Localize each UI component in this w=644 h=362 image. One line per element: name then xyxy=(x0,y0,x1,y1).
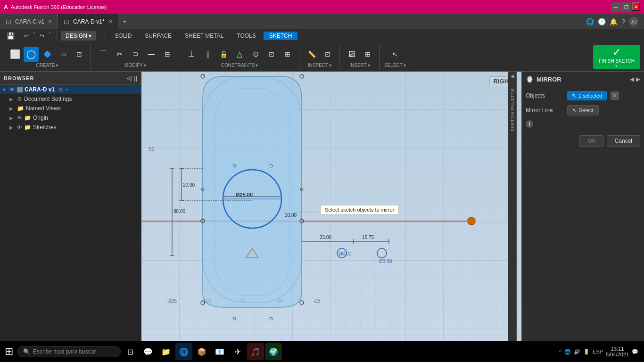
objects-row: Objects ↖ 1 selected ✕ xyxy=(526,91,640,100)
toolbar-group-inspect: 📏 ⊡ INSPECT ▾ xyxy=(300,44,339,70)
panel-expand-icon[interactable]: ◀ xyxy=(630,76,634,82)
canvas-area[interactable]: -125 -100 -75 -50 -25 50 xyxy=(141,72,521,343)
cancel-btn[interactable]: Cancel xyxy=(607,135,640,147)
taskbar-icon-plane[interactable]: ✈ xyxy=(229,343,246,360)
restore-btn[interactable]: ❐ xyxy=(621,2,631,12)
tb-sketch-btn[interactable]: 🔷 xyxy=(40,47,55,62)
tab-add[interactable]: + xyxy=(118,14,131,29)
taskbar-time-date[interactable]: 13:11 5/04/2021 xyxy=(606,346,629,357)
panel-collapse-icon[interactable]: ▶ xyxy=(636,76,640,82)
tb-break-btn[interactable]: — xyxy=(144,47,159,62)
finish-sketch-btn[interactable]: ✓ FINISH SKETCH ▾ xyxy=(593,45,640,69)
visibility-icon-root[interactable]: 👁 xyxy=(9,86,15,93)
tb-perp-btn[interactable]: ⊥ xyxy=(184,47,199,62)
browser-collapse-icon2[interactable]: || xyxy=(134,75,137,82)
svg-text:-25: -25 xyxy=(314,298,321,304)
save-btn[interactable]: 💾 xyxy=(4,29,17,42)
tb-inspect-btn[interactable]: ⊡ xyxy=(320,47,335,62)
browser-item-root[interactable]: ▼ 👁 CARA-D v1 ⚙ • xyxy=(0,85,141,94)
select-label: SELECT xyxy=(384,63,403,68)
tab-close-cara-d[interactable]: ✕ xyxy=(108,19,112,24)
tb-triangle-btn[interactable]: △ xyxy=(232,47,247,62)
tb-insert-img-btn[interactable]: 🖼 xyxy=(344,47,359,62)
mirror-line-select-btn[interactable]: ↖ Select xyxy=(567,105,599,115)
tab-icon-globe: 🌐 xyxy=(586,18,594,25)
expand-icon-root: ▼ xyxy=(2,87,8,92)
taskbar-icon-task[interactable]: ⊡ xyxy=(122,343,139,360)
taskbar-icon-box[interactable]: 📦 xyxy=(193,343,210,360)
root-more-icon[interactable]: • xyxy=(66,87,68,92)
tab-cara-d[interactable]: ⊡ CARA-D v1* ✕ xyxy=(58,14,118,29)
minimize-btn[interactable]: ─ xyxy=(611,2,620,12)
tb-equal-btn[interactable]: ⊡ xyxy=(264,47,279,62)
tb-measure-btn[interactable]: 📏 xyxy=(304,47,319,62)
redo-btn[interactable]: ↪ xyxy=(36,30,48,41)
folder-icon-named: 📁 xyxy=(17,105,24,112)
expand-icon-sketches: ▶ xyxy=(9,125,15,130)
tb-select-btn[interactable]: ↖ xyxy=(388,47,403,62)
workspace-tabs: 💾 ↩ ▾ ↪ ▾ DESIGN ▾ SOLID SURFACE SHEET M… xyxy=(0,29,644,42)
browser-panel: BROWSER ◁ || ▼ 👁 CARA-D v1 ⚙ • ▶ ⚙ Docum… xyxy=(0,72,141,343)
svg-point-31 xyxy=(468,217,475,225)
tab-tools[interactable]: TOOLS xyxy=(231,32,261,40)
taskbar-chevron[interactable]: ^ xyxy=(559,349,561,354)
tb-extend-btn[interactable]: ⊃ xyxy=(128,47,143,62)
browser-collapse-icon[interactable]: ◁ xyxy=(127,75,131,82)
undo-btn[interactable]: ↩ xyxy=(21,30,32,41)
tb-lock-btn[interactable]: 🔒 xyxy=(216,47,231,62)
modify-label: MODIFY xyxy=(124,63,143,68)
start-btn[interactable]: ⊞ xyxy=(2,344,16,360)
tb-concentric-btn[interactable]: ⊙ xyxy=(248,47,263,62)
tb-point-btn[interactable]: ⊡ xyxy=(72,47,87,62)
tb-sym-btn[interactable]: ⊞ xyxy=(280,47,295,62)
tab-sketch[interactable]: SKETCH xyxy=(264,32,298,40)
svg-text:88.00: 88.00 xyxy=(173,209,185,214)
toolbar-main: ⬜ ◯ 🔷 ▭ ⊡ CREATE ▾ ⌒ ✂ ⊃ — ⊟ MODIFY ▾ xyxy=(0,42,644,72)
browser-item-origin[interactable]: ▶ 👁 📁 Origin xyxy=(0,113,141,123)
taskbar-icon-files[interactable]: 📁 xyxy=(157,343,174,360)
taskbar-icon-mail[interactable]: 📧 xyxy=(211,343,228,360)
tb-insert2-btn[interactable]: ⊞ xyxy=(360,47,375,62)
tab-sheet-metal[interactable]: SHEET METAL xyxy=(179,32,229,40)
svg-text:33.00: 33.00 xyxy=(320,235,331,240)
tab-solid[interactable]: SOLID xyxy=(109,32,137,40)
tb-rect-btn[interactable]: ⬜ xyxy=(8,47,23,62)
search-bar[interactable]: 🔍 Escribe aquí para buscar xyxy=(17,346,121,357)
taskbar-icon-edge[interactable]: 🌐 xyxy=(175,343,192,360)
expand-icon-origin: ▶ xyxy=(9,115,15,121)
mirror-line-row: Mirror Line ↖ Select xyxy=(526,105,640,115)
close-btn[interactable]: ✕ xyxy=(632,2,640,11)
tb-trim-btn[interactable]: ✂ xyxy=(112,47,127,62)
browser-item-doc-settings[interactable]: ▶ ⚙ Document Settings xyxy=(0,94,141,104)
tb-parallel-btn[interactable]: ∥ xyxy=(200,47,215,62)
tb-fillet-btn[interactable]: ⌒ xyxy=(96,47,111,62)
ok-btn[interactable]: OK xyxy=(579,135,603,147)
objects-clear-btn[interactable]: ✕ xyxy=(611,91,619,100)
doc-settings-label: Document Settings xyxy=(24,96,72,102)
tab-cara-c[interactable]: ⊡ CARA-C v1 ✕ xyxy=(0,14,58,29)
tb-scale-btn[interactable]: ⊟ xyxy=(160,47,175,62)
toolbar-group-select: ↖ SELECT ▾ xyxy=(380,44,410,70)
visibility-icon-sketches[interactable]: 👁 xyxy=(17,124,22,130)
visibility-icon-origin[interactable]: 👁 xyxy=(17,115,22,121)
taskbar-icon-music[interactable]: 🎵 xyxy=(247,343,264,360)
taskbar-icon-chat[interactable]: 💬 xyxy=(140,343,157,360)
browser-item-named-views[interactable]: ▶ 📁 Named Views xyxy=(0,104,141,113)
mirror-title: 🪞 MIRROR xyxy=(526,75,561,83)
sketch-palette-toggle[interactable]: ◀ SKETCH PALETTE xyxy=(508,72,517,343)
browser-item-sketches[interactable]: ▶ 👁 📁 Sketches xyxy=(0,123,141,132)
create-label: CREATE xyxy=(36,63,55,68)
selected-badge[interactable]: ↖ 1 selected xyxy=(567,91,607,100)
taskbar-lang: ESP xyxy=(593,349,603,354)
expand-icon-named: ▶ xyxy=(9,106,15,111)
tb-circle-btn[interactable]: ◯ xyxy=(24,47,39,62)
taskbar-icon-browser2[interactable]: 🌍 xyxy=(265,343,282,360)
tab-surface[interactable]: SURFACE xyxy=(139,32,177,40)
settings-icon: ⚙ xyxy=(17,96,22,102)
root-settings-icon[interactable]: ⚙ xyxy=(58,87,63,93)
tb-line-btn[interactable]: ▭ xyxy=(56,47,71,62)
design-btn[interactable]: DESIGN ▾ xyxy=(61,31,96,41)
taskbar-notification-icon[interactable]: 💬 xyxy=(632,349,638,355)
tab-icon-bell: 🔔 xyxy=(610,18,618,25)
tab-close-cara-c[interactable]: ✕ xyxy=(48,19,52,24)
